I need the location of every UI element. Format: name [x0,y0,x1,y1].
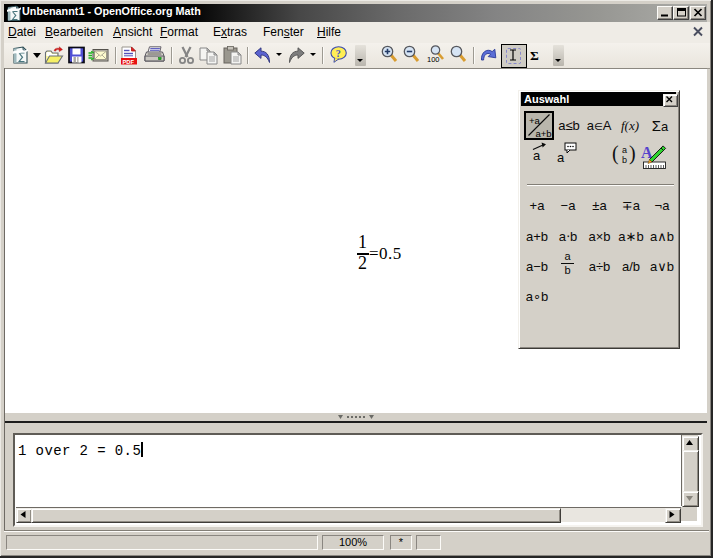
svg-text:?: ? [336,48,341,59]
svg-text:a+b: a+b [536,128,552,139]
svg-text:PDF: PDF [122,59,134,65]
svg-text:+a: +a [529,115,541,126]
svg-text:100: 100 [427,55,440,64]
